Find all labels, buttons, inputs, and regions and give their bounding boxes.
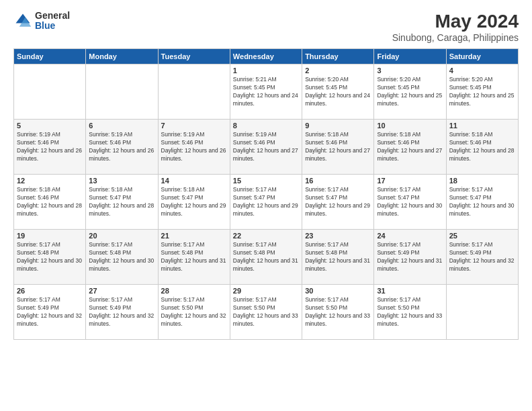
day-number: 27 (89, 287, 154, 295)
calendar-cell: 28Sunrise: 5:17 AMSunset: 5:50 PMDayligh… (158, 285, 230, 340)
calendar-cell: 24Sunrise: 5:17 AMSunset: 5:49 PMDayligh… (374, 230, 446, 285)
day-number: 2 (305, 66, 371, 75)
subtitle: Sinubong, Caraga, Philippines (392, 32, 519, 43)
calendar-cell: 4Sunrise: 5:20 AMSunset: 5:45 PMDaylight… (446, 64, 518, 120)
logo-blue-text: Blue (35, 21, 70, 31)
day-number: 10 (377, 122, 443, 130)
day-number: 17 (377, 177, 443, 185)
day-info: Sunrise: 5:18 AMSunset: 5:47 PMDaylight:… (89, 186, 154, 218)
calendar-cell: 21Sunrise: 5:17 AMSunset: 5:48 PMDayligh… (158, 230, 230, 285)
calendar-cell (446, 285, 518, 340)
day-info: Sunrise: 5:19 AMSunset: 5:46 PMDaylight:… (17, 131, 83, 163)
calendar-cell: 2Sunrise: 5:20 AMSunset: 5:45 PMDaylight… (302, 64, 374, 120)
day-info: Sunrise: 5:18 AMSunset: 5:46 PMDaylight:… (305, 131, 371, 163)
day-number: 4 (449, 66, 515, 75)
calendar-cell: 19Sunrise: 5:17 AMSunset: 5:48 PMDayligh… (14, 230, 86, 285)
calendar-cell: 1Sunrise: 5:21 AMSunset: 5:45 PMDaylight… (230, 64, 302, 120)
calendar-week-row: 19Sunrise: 5:17 AMSunset: 5:48 PMDayligh… (14, 230, 519, 285)
day-info: Sunrise: 5:20 AMSunset: 5:45 PMDaylight:… (377, 76, 443, 108)
day-info: Sunrise: 5:17 AMSunset: 5:47 PMDaylight:… (233, 186, 299, 218)
day-number: 24 (377, 232, 443, 240)
header: General Blue May 2024 Sinubong, Caraga, … (13, 11, 519, 43)
day-number: 15 (233, 177, 299, 185)
day-info: Sunrise: 5:17 AMSunset: 5:47 PMDaylight:… (305, 186, 371, 218)
day-info: Sunrise: 5:20 AMSunset: 5:45 PMDaylight:… (449, 76, 515, 108)
day-info: Sunrise: 5:17 AMSunset: 5:50 PMDaylight:… (377, 296, 443, 328)
calendar-cell: 7Sunrise: 5:19 AMSunset: 5:46 PMDaylight… (158, 120, 230, 175)
calendar-cell: 16Sunrise: 5:17 AMSunset: 5:47 PMDayligh… (302, 175, 374, 230)
weekday-header: Wednesday (230, 49, 302, 64)
day-info: Sunrise: 5:18 AMSunset: 5:46 PMDaylight:… (449, 131, 515, 163)
page: General Blue May 2024 Sinubong, Caraga, … (0, 0, 532, 411)
calendar-cell: 3Sunrise: 5:20 AMSunset: 5:45 PMDaylight… (374, 64, 446, 120)
day-info: Sunrise: 5:17 AMSunset: 5:47 PMDaylight:… (449, 186, 515, 218)
day-number: 14 (161, 177, 227, 185)
weekday-header: Friday (374, 49, 446, 64)
day-number: 19 (17, 232, 83, 240)
calendar-cell: 13Sunrise: 5:18 AMSunset: 5:47 PMDayligh… (86, 175, 158, 230)
day-info: Sunrise: 5:17 AMSunset: 5:50 PMDaylight:… (161, 296, 227, 328)
calendar-week-row: 5Sunrise: 5:19 AMSunset: 5:46 PMDaylight… (14, 120, 519, 175)
day-info: Sunrise: 5:17 AMSunset: 5:49 PMDaylight:… (449, 241, 515, 273)
day-info: Sunrise: 5:18 AMSunset: 5:46 PMDaylight:… (17, 186, 83, 218)
day-number: 26 (17, 287, 83, 295)
calendar-cell: 6Sunrise: 5:19 AMSunset: 5:46 PMDaylight… (86, 120, 158, 175)
calendar-week-row: 12Sunrise: 5:18 AMSunset: 5:46 PMDayligh… (14, 175, 519, 230)
day-number: 8 (233, 122, 299, 130)
calendar-cell (158, 64, 230, 120)
calendar-cell: 17Sunrise: 5:17 AMSunset: 5:47 PMDayligh… (374, 175, 446, 230)
day-info: Sunrise: 5:17 AMSunset: 5:48 PMDaylight:… (17, 241, 83, 273)
day-number: 12 (17, 177, 83, 185)
weekday-header: Sunday (14, 49, 86, 64)
day-info: Sunrise: 5:17 AMSunset: 5:48 PMDaylight:… (161, 241, 227, 273)
day-info: Sunrise: 5:17 AMSunset: 5:50 PMDaylight:… (233, 296, 299, 328)
day-info: Sunrise: 5:17 AMSunset: 5:48 PMDaylight:… (305, 241, 371, 273)
day-info: Sunrise: 5:17 AMSunset: 5:50 PMDaylight:… (305, 296, 371, 328)
day-number: 30 (305, 287, 371, 295)
day-info: Sunrise: 5:18 AMSunset: 5:46 PMDaylight:… (377, 131, 443, 163)
calendar-cell: 30Sunrise: 5:17 AMSunset: 5:50 PMDayligh… (302, 285, 374, 340)
day-number: 1 (233, 66, 299, 75)
logo-general-text: General (35, 11, 70, 21)
day-number: 21 (161, 232, 227, 240)
day-number: 22 (233, 232, 299, 240)
day-info: Sunrise: 5:20 AMSunset: 5:45 PMDaylight:… (305, 76, 371, 108)
day-number: 29 (233, 287, 299, 295)
calendar-cell: 14Sunrise: 5:18 AMSunset: 5:47 PMDayligh… (158, 175, 230, 230)
day-info: Sunrise: 5:17 AMSunset: 5:49 PMDaylight:… (89, 296, 154, 328)
logo-text: General Blue (35, 11, 70, 32)
day-info: Sunrise: 5:18 AMSunset: 5:47 PMDaylight:… (161, 186, 227, 218)
calendar-cell: 10Sunrise: 5:18 AMSunset: 5:46 PMDayligh… (374, 120, 446, 175)
calendar-cell: 29Sunrise: 5:17 AMSunset: 5:50 PMDayligh… (230, 285, 302, 340)
day-info: Sunrise: 5:17 AMSunset: 5:48 PMDaylight:… (89, 241, 154, 273)
calendar-cell: 8Sunrise: 5:19 AMSunset: 5:46 PMDaylight… (230, 120, 302, 175)
calendar-cell: 12Sunrise: 5:18 AMSunset: 5:46 PMDayligh… (14, 175, 86, 230)
day-info: Sunrise: 5:21 AMSunset: 5:45 PMDaylight:… (233, 76, 299, 108)
day-info: Sunrise: 5:17 AMSunset: 5:48 PMDaylight:… (233, 241, 299, 273)
day-info: Sunrise: 5:17 AMSunset: 5:47 PMDaylight:… (377, 186, 443, 218)
day-info: Sunrise: 5:19 AMSunset: 5:46 PMDaylight:… (161, 131, 227, 163)
calendar: SundayMondayTuesdayWednesdayThursdayFrid… (13, 48, 519, 340)
calendar-cell: 9Sunrise: 5:18 AMSunset: 5:46 PMDaylight… (302, 120, 374, 175)
weekday-header-row: SundayMondayTuesdayWednesdayThursdayFrid… (14, 49, 519, 64)
weekday-header: Thursday (302, 49, 374, 64)
day-number: 3 (377, 66, 443, 75)
calendar-cell (86, 64, 158, 120)
logo: General Blue (13, 11, 70, 32)
day-info: Sunrise: 5:19 AMSunset: 5:46 PMDaylight:… (233, 131, 299, 163)
day-number: 20 (89, 232, 154, 240)
calendar-cell: 15Sunrise: 5:17 AMSunset: 5:47 PMDayligh… (230, 175, 302, 230)
weekday-header: Saturday (446, 49, 518, 64)
day-number: 11 (449, 122, 515, 130)
day-info: Sunrise: 5:17 AMSunset: 5:49 PMDaylight:… (17, 296, 83, 328)
day-number: 23 (305, 232, 371, 240)
day-number: 18 (449, 177, 515, 185)
calendar-cell: 23Sunrise: 5:17 AMSunset: 5:48 PMDayligh… (302, 230, 374, 285)
day-info: Sunrise: 5:17 AMSunset: 5:49 PMDaylight:… (377, 241, 443, 273)
day-number: 16 (305, 177, 371, 185)
calendar-cell: 18Sunrise: 5:17 AMSunset: 5:47 PMDayligh… (446, 175, 518, 230)
day-number: 9 (305, 122, 371, 130)
calendar-cell: 20Sunrise: 5:17 AMSunset: 5:48 PMDayligh… (86, 230, 158, 285)
calendar-cell: 5Sunrise: 5:19 AMSunset: 5:46 PMDaylight… (14, 120, 86, 175)
weekday-header: Tuesday (158, 49, 230, 64)
